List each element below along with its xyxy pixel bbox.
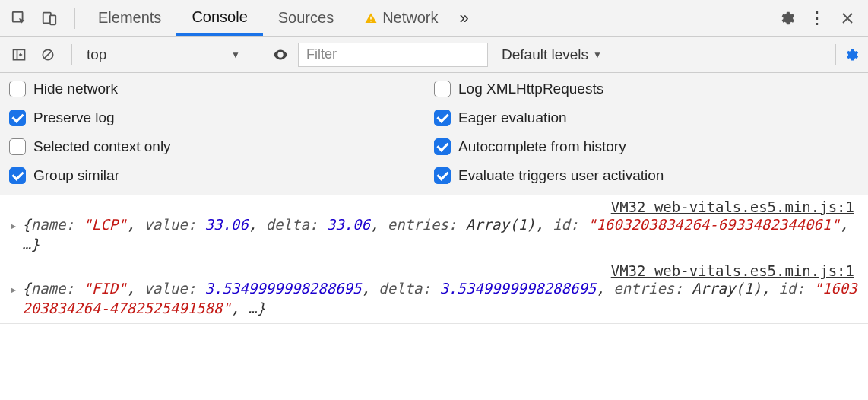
console-output: VM32 web-vitals.es5.min.js:1 ▶ {name: "L… bbox=[0, 195, 868, 324]
divider bbox=[255, 44, 255, 65]
svg-line-8 bbox=[45, 51, 51, 57]
gear-icon[interactable] bbox=[778, 10, 795, 27]
checkbox-checked-icon bbox=[434, 138, 451, 155]
chevron-down-icon: ▼ bbox=[593, 49, 602, 60]
divider bbox=[71, 44, 72, 65]
svg-rect-3 bbox=[370, 16, 372, 19]
device-toolbar-icon[interactable] bbox=[36, 5, 62, 31]
live-expression-icon[interactable] bbox=[272, 46, 289, 63]
disclosure-triangle-icon[interactable]: ▶ bbox=[11, 284, 16, 295]
source-link[interactable]: VM32 web-vitals.es5.min.js:1 bbox=[8, 262, 860, 279]
svg-point-9 bbox=[279, 53, 282, 56]
tab-console[interactable]: Console bbox=[176, 0, 262, 36]
tab-sources[interactable]: Sources bbox=[263, 0, 349, 36]
devtools-toolbar: Elements Console Sources Network » ⋮ bbox=[0, 0, 868, 37]
clear-console-icon[interactable] bbox=[35, 42, 61, 68]
kebab-menu-icon[interactable]: ⋮ bbox=[809, 8, 825, 28]
inspect-element-icon[interactable] bbox=[6, 5, 32, 31]
console-settings-gear-icon[interactable] bbox=[844, 47, 859, 62]
checkbox-checked-icon bbox=[9, 167, 26, 184]
close-icon[interactable] bbox=[841, 11, 854, 25]
checkbox-checked-icon bbox=[434, 110, 451, 126]
checkbox-icon bbox=[434, 81, 451, 97]
log-levels-select[interactable]: Default levels ▼ bbox=[502, 46, 602, 63]
setting-selected-context-only[interactable]: Selected context only bbox=[9, 138, 434, 155]
divider bbox=[74, 8, 75, 29]
console-sidebar-toggle-icon[interactable] bbox=[6, 42, 32, 68]
console-filterbar: top ▼ Default levels ▼ bbox=[0, 37, 868, 73]
setting-preserve-log[interactable]: Preserve log bbox=[9, 110, 434, 126]
log-object[interactable]: {name: "LCP", value: 33.06, delta: 33.06… bbox=[22, 215, 860, 254]
checkbox-checked-icon bbox=[9, 110, 26, 126]
svg-rect-2 bbox=[50, 15, 55, 24]
setting-hide-network[interactable]: Hide network bbox=[9, 81, 434, 97]
setting-group-similar[interactable]: Group similar bbox=[9, 167, 434, 184]
checkbox-icon bbox=[9, 138, 26, 155]
filter-input[interactable] bbox=[298, 43, 488, 67]
setting-evaluate-user-activation[interactable]: Evaluate triggers user activation bbox=[434, 167, 859, 184]
chevron-down-icon: ▼ bbox=[231, 49, 240, 60]
checkbox-checked-icon bbox=[434, 167, 451, 184]
execution-context-select[interactable]: top ▼ bbox=[80, 43, 247, 67]
log-entry: VM32 web-vitals.es5.min.js:1 ▶ {name: "F… bbox=[0, 259, 868, 323]
log-object[interactable]: {name: "FID", value: 3.5349999998288695,… bbox=[22, 279, 860, 318]
warning-icon bbox=[364, 11, 378, 25]
log-entry: VM32 web-vitals.es5.min.js:1 ▶ {name: "L… bbox=[0, 195, 868, 259]
context-label: top bbox=[87, 46, 106, 63]
console-settings-panel: Hide network Log XMLHttpRequests Preserv… bbox=[0, 73, 868, 195]
tabs: Elements Console Sources Network » ⋮ bbox=[83, 0, 862, 36]
checkbox-icon bbox=[9, 81, 26, 97]
tab-elements[interactable]: Elements bbox=[83, 0, 176, 36]
tab-network[interactable]: Network bbox=[349, 0, 453, 36]
disclosure-triangle-icon[interactable]: ▶ bbox=[11, 221, 16, 231]
setting-autocomplete-history[interactable]: Autocomplete from history bbox=[434, 138, 859, 155]
svg-rect-4 bbox=[370, 21, 372, 22]
source-link[interactable]: VM32 web-vitals.es5.min.js:1 bbox=[8, 198, 860, 215]
setting-log-xhr[interactable]: Log XMLHttpRequests bbox=[434, 81, 859, 97]
tabs-overflow-icon[interactable]: » bbox=[460, 8, 469, 28]
divider bbox=[835, 44, 836, 65]
setting-eager-evaluation[interactable]: Eager evaluation bbox=[434, 110, 859, 126]
